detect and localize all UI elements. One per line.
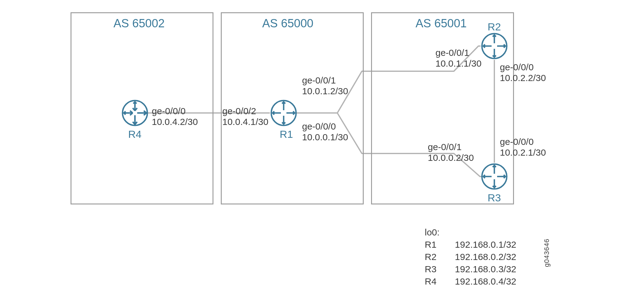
figure-id: g043646: [543, 239, 551, 267]
loopback-title: lo0:: [425, 227, 439, 238]
intf-r1-ge001: ge-0/0/1 10.0.1.2/30: [302, 75, 348, 96]
lo-name: R4: [425, 276, 452, 287]
lo-addr: 192.168.0.2/32: [455, 252, 516, 262]
lo-name: R1: [425, 239, 452, 250]
loopback-row-r4: R4 192.168.0.4/32: [425, 276, 516, 287]
intf-addr: 10.0.1.2/30: [302, 86, 348, 96]
intf-addr: 10.0.0.2/30: [428, 153, 474, 163]
as-title-65000: AS 65000: [262, 17, 313, 30]
intf-name: ge-0/0/1: [302, 75, 336, 85]
intf-r1-ge000: ge-0/0/0 10.0.0.1/30: [302, 121, 348, 142]
intf-addr: 10.0.2.1/30: [500, 147, 546, 157]
intf-name: ge-0/0/1: [435, 48, 469, 58]
intf-r3-ge000: ge-0/0/0 10.0.2.1/30: [500, 137, 546, 158]
router-r4-label: R4: [128, 128, 141, 140]
intf-addr: 10.0.1.1/30: [435, 58, 481, 68]
intf-addr: 10.0.0.1/30: [302, 132, 348, 142]
router-r3-icon: [481, 163, 508, 190]
router-r2-icon: [481, 32, 508, 60]
intf-addr: 10.0.2.2/30: [500, 73, 546, 83]
intf-name: ge-0/0/2: [222, 106, 256, 116]
lo-addr: 192.168.0.1/32: [455, 239, 516, 250]
loopback-row-r3: R3 192.168.0.3/32: [425, 264, 516, 274]
loopback-row-r2: R2 192.168.0.2/32: [425, 252, 516, 262]
intf-name: ge-0/0/0: [500, 62, 534, 72]
intf-r4-ge000: ge-0/0/0 10.0.4.2/30: [152, 106, 198, 127]
lo-addr: 192.168.0.4/32: [455, 276, 516, 286]
intf-name: ge-0/0/0: [302, 121, 336, 131]
lo-name: R3: [425, 264, 452, 274]
router-r4-icon: [121, 99, 149, 127]
lo-name: R2: [425, 252, 452, 262]
network-diagram: AS 65002 AS 65000 AS 65001 R4: [0, 0, 644, 291]
intf-r2-ge001: ge-0/0/1 10.0.1.1/30: [435, 48, 481, 69]
loopback-row-r1: R1 192.168.0.1/32: [425, 239, 516, 250]
intf-r3-ge001: ge-0/0/1 10.0.0.2/30: [428, 142, 474, 163]
as-title-65002: AS 65002: [113, 17, 165, 30]
intf-name: ge-0/0/0: [500, 137, 534, 147]
intf-addr: 10.0.4.1/30: [222, 117, 268, 127]
lo-addr: 192.168.0.3/32: [455, 264, 516, 274]
intf-addr: 10.0.4.2/30: [152, 117, 198, 127]
intf-name: ge-0/0/1: [428, 142, 462, 152]
router-r2-label: R2: [488, 21, 501, 33]
router-r1-icon: [270, 99, 297, 127]
intf-name: ge-0/0/0: [152, 106, 186, 116]
router-r3-label: R3: [488, 192, 501, 204]
router-r1-label: R1: [280, 128, 293, 140]
as-title-65001: AS 65001: [416, 17, 467, 30]
intf-r2-ge000: ge-0/0/0 10.0.2.2/30: [500, 62, 546, 83]
intf-r1-ge002: ge-0/0/2 10.0.4.1/30: [222, 106, 268, 127]
